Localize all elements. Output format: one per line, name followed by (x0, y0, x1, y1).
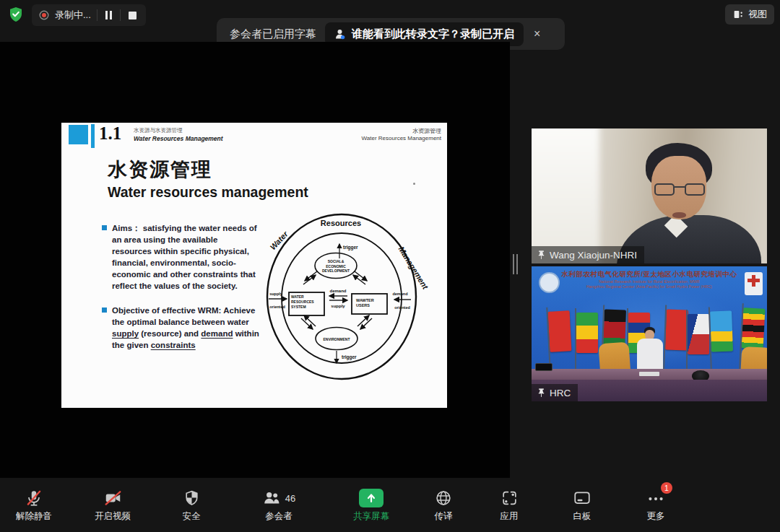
diagram-label-environment: ENVIRONMENT (324, 337, 350, 341)
banner-line-en2: Hangzhou Regional Center (Asia-Pacific) … (532, 284, 767, 289)
share-screen-icon (359, 489, 384, 507)
pin-icon (537, 250, 545, 260)
slide-title-en: Water resources management (108, 184, 308, 201)
bullet-marker (102, 308, 107, 313)
apps-button[interactable]: 应用 (479, 488, 540, 523)
whiteboard-button[interactable]: 白板 (552, 488, 612, 523)
layout-view-icon (732, 8, 744, 21)
flag-ethiopia (576, 313, 598, 353)
caption-status-text: 参会者已启用字幕 (230, 27, 316, 41)
slide-header-cn: 水资源与水资源管理 (134, 127, 223, 134)
divider (97, 9, 98, 21)
participants-icon (262, 489, 281, 507)
bullet-text-objective: Objective of effective WRM: Achieve the … (112, 305, 259, 351)
microphone-muted-icon (25, 489, 43, 507)
slide-stray-dot (413, 183, 415, 185)
svg-text:RESOURCES: RESOURCES (291, 300, 314, 304)
slide-corner-cn: 水资源管理 (362, 128, 441, 135)
pin-icon (537, 388, 545, 398)
video-tile-hrc[interactable]: 水利部农村电气化研究所/亚太地区小水电研究培训中心 National Resea… (532, 266, 767, 401)
svg-text:ECONOMIC: ECONOMIC (326, 264, 346, 269)
start-video-label: 开启视频 (95, 510, 131, 523)
svg-text:DEVELOPMENT: DEVELOPMENT (322, 269, 350, 273)
banner-line-en1: National Research Institute for Rural El… (532, 279, 767, 284)
participants-count: 46 (285, 493, 295, 504)
meeting-toolbar: 解除静音 开启视频 安全 (0, 484, 780, 532)
slide-accent-bar (91, 124, 95, 148)
pause-recording-button[interactable] (103, 11, 114, 19)
institute-emblem (539, 272, 560, 293)
svg-text:oriented: oriented (394, 305, 410, 310)
wrm-cycle-diagram: Resources Water Management trigger SOCIA… (255, 208, 447, 385)
flag-rwanda (710, 310, 733, 352)
svg-text:oriented: oriented (269, 305, 285, 309)
apps-icon (500, 489, 519, 507)
slide-accent-square (69, 125, 88, 144)
whiteboard-icon (573, 489, 592, 507)
transcript-notice-text: 谁能看到此转录文字？录制已开启 (352, 27, 514, 41)
slide-section-number: 1.1 (99, 123, 121, 144)
slide-title-cn: 水资源管理 (108, 157, 212, 183)
banner-title-cn: 水利部农村电气化研究所/亚太地区小水电研究培训中心 (532, 270, 767, 279)
shield-icon (183, 489, 201, 507)
svg-text:WATER: WATER (291, 295, 304, 299)
video1-person-mouth (672, 212, 686, 218)
stop-recording-button[interactable] (129, 12, 136, 19)
slide-header-en: Water Resources Management (134, 135, 223, 142)
share-screen-label: 共享屏幕 (353, 510, 389, 523)
svg-text:supply: supply (269, 292, 283, 296)
unmute-button[interactable]: 解除静音 (4, 488, 64, 523)
diagram-label-trigger-bottom: trigger (342, 354, 357, 360)
more-button[interactable]: 1 更多 (625, 488, 686, 523)
more-label: 更多 (647, 510, 665, 523)
bullet-marker (102, 225, 107, 230)
recording-status-label: 录制中... (55, 9, 91, 22)
unmute-label: 解除静音 (16, 510, 52, 523)
partner-logo (745, 272, 763, 295)
slide-header-left: 水资源与水资源管理 Water Resources Management (134, 127, 223, 142)
close-icon[interactable]: × (534, 28, 540, 40)
start-video-button[interactable]: 开启视频 (82, 488, 143, 523)
interpretation-button[interactable]: 传译 (413, 488, 474, 523)
camera-off-icon (103, 489, 123, 507)
bullet-text-aims: Aims： satisfying the water needs of an a… (112, 222, 259, 292)
security-button[interactable]: 安全 (161, 488, 222, 523)
view-button-label: 视图 (748, 8, 767, 21)
slide-bullet-list: Aims： satisfying the water needs of an a… (102, 222, 259, 351)
shared-screen-area: 1.1 水资源与水资源管理 Water Resources Management… (0, 42, 510, 478)
svg-text:WAWTER: WAWTER (356, 298, 374, 302)
diagram-label-trigger-top: trigger (343, 245, 358, 250)
whiteboard-label: 白板 (573, 510, 592, 523)
list-item: Objective of effective WRM: Achieve the … (102, 305, 259, 351)
notification-badge: 1 (661, 482, 672, 494)
security-shield-icon[interactable] (7, 6, 25, 23)
diagram-label-resources: Resources (321, 219, 361, 227)
share-screen-button[interactable]: 共享屏幕 (341, 488, 402, 523)
participant-name: Wang Xiaojun-NHRI (550, 250, 637, 261)
video2-banner: 水利部农村电气化研究所/亚太地区小水电研究培训中心 National Resea… (532, 270, 767, 289)
panel-resize-handle[interactable] (513, 254, 518, 274)
video2-person-shirt (637, 339, 663, 370)
security-label: 安全 (183, 510, 201, 523)
paper-on-desk (639, 372, 659, 376)
diagram-label-demand: demand (329, 289, 346, 293)
meeting-window: 录制中... 参会者已启用字幕 谁能看到此转录文字？录制已开启 × 视图 (0, 0, 780, 532)
recording-control: 录制中... (32, 4, 146, 26)
participant-name-tag: Wang Xiaojun-NHRI (532, 246, 644, 263)
svg-text:SOCIAL&: SOCIAL& (328, 259, 344, 263)
diagram-label-management: Management (396, 245, 430, 292)
person-icon (334, 28, 346, 40)
participant-name: HRC (550, 388, 571, 398)
video1-window-light (532, 128, 599, 263)
video-tile-wang-xiaojun[interactable]: Wang Xiaojun-NHRI (532, 128, 767, 263)
interpretation-label: 传译 (435, 510, 453, 523)
participants-button[interactable]: 46 参会者 (248, 488, 309, 523)
flag-turkey (665, 309, 688, 350)
slide-corner-header: 水资源管理 Water Resources Management (362, 128, 441, 142)
svg-text:demand: demand (392, 292, 407, 296)
view-button[interactable]: 视图 (725, 4, 774, 25)
globe-icon (434, 489, 453, 507)
list-item: Aims： satisfying the water needs of an a… (102, 222, 259, 292)
presentation-slide: 1.1 水资源与水资源管理 Water Resources Management… (61, 123, 447, 408)
flag-zimbabwe (742, 308, 766, 349)
